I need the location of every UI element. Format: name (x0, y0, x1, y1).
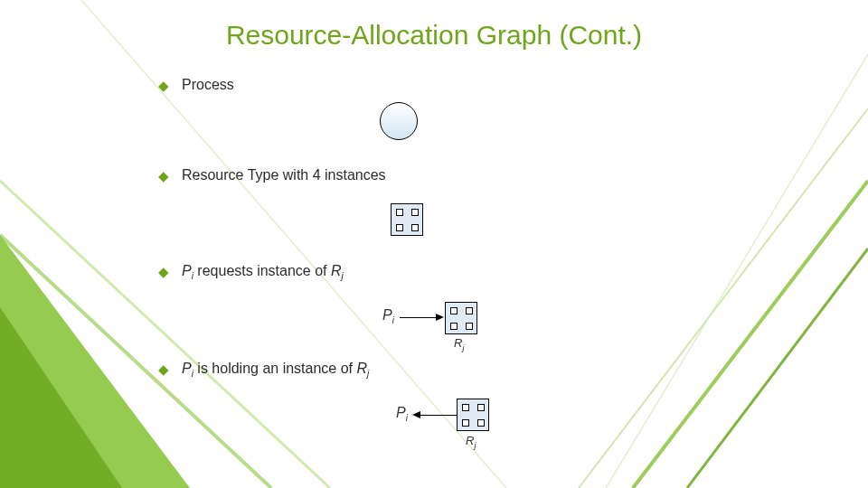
holding-pi-label: Pi (396, 405, 408, 421)
resource-instance-dot (462, 419, 469, 427)
bullet-request-text: Pi requests instance of Rj (182, 263, 344, 279)
resource-instance-dot (466, 307, 473, 314)
resource-symbol-box (391, 203, 423, 236)
bullet-icon: ◆ (158, 362, 169, 376)
bullet-icon: ◆ (158, 169, 169, 183)
resource-instance-dot (477, 419, 485, 427)
bullet-icon: ◆ (158, 265, 169, 278)
resource-instance-dot (411, 224, 419, 231)
bullet-holding: ◆ Pi is holding an instance of Rj (158, 361, 737, 377)
resource-instance-dot (462, 404, 469, 411)
resource-instance-dot (450, 307, 458, 314)
bullet-icon: ◆ (158, 79, 169, 92)
svg-marker-1 (0, 307, 122, 488)
bullet-request: ◆ Pi requests instance of Rj (158, 263, 737, 279)
holding-arrow-line (420, 415, 457, 416)
bullet-process-text: Process (182, 77, 234, 93)
process-symbol-circle (380, 102, 418, 140)
request-pi-label: Pi (382, 307, 394, 324)
resource-instance-dot (396, 224, 403, 231)
bullet-process: ◆ Process (158, 77, 737, 93)
resource-instance-dot (450, 323, 458, 330)
resource-instance-dot (466, 323, 473, 330)
request-arrow-line (400, 317, 438, 318)
resource-instance-dot (477, 404, 485, 411)
bullet-resource-type-text: Resource Type with 4 instances (182, 167, 386, 183)
slide-content: ◆ Process ◆ Resource Type with 4 instanc… (158, 77, 737, 388)
holding-rj-label: Rj (466, 434, 476, 447)
request-arrow-head (436, 314, 444, 321)
bullet-holding-text: Pi is holding an instance of Rj (182, 361, 369, 377)
holding-arrow-head (412, 411, 420, 418)
holding-resource-box (457, 399, 489, 431)
request-rj-label: Rj (454, 336, 464, 350)
request-resource-box (445, 302, 477, 334)
slide: Resource-Allocation Graph (Cont.) ◆ Proc… (0, 0, 868, 488)
resource-instance-dot (411, 209, 419, 216)
slide-title: Resource-Allocation Graph (Cont.) (0, 20, 868, 51)
resource-instance-dot (396, 209, 403, 216)
bullet-resource-type: ◆ Resource Type with 4 instances (158, 167, 737, 183)
